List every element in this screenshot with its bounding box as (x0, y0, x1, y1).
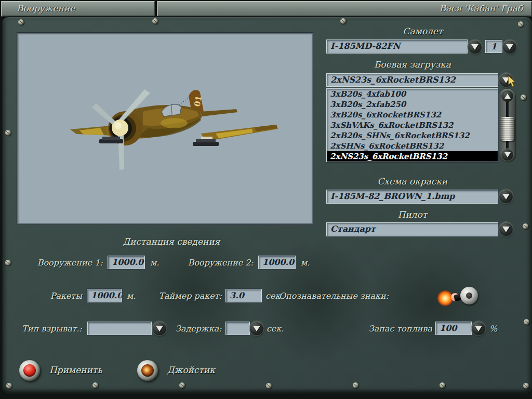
aircraft-dropdown-button[interactable] (468, 40, 482, 54)
scroll-up-button[interactable] (501, 90, 513, 102)
screw-icon (179, 382, 185, 388)
page-title: Вооружение (2, 2, 154, 15)
rockets-label: Ракеты (30, 291, 82, 301)
fuse-type-select[interactable] (87, 322, 152, 335)
delay-select[interactable] (225, 322, 250, 335)
weapon2-unit: м. (301, 258, 310, 268)
screw-icon (5, 130, 11, 136)
fuse-type-dropdown-button[interactable] (153, 322, 166, 335)
fuel-label: Запас топлива (358, 324, 432, 334)
loadout-option-selected[interactable]: 2xNS23s_6xRocketBRS132 (327, 151, 498, 162)
aircraft-count-dropdown-button[interactable] (503, 40, 516, 54)
aircraft-render: 01 (18, 34, 312, 223)
screen-title-bar: Вооружение (1, 1, 155, 17)
pilot-select[interactable]: Стандарт (326, 222, 498, 236)
scroll-down-button[interactable] (501, 149, 513, 161)
aircraft-count-field[interactable]: 1 (485, 40, 502, 53)
loadout-option[interactable]: 2xSHNs_6xRocketBRS132 (327, 141, 498, 151)
arrow-down-icon (475, 326, 482, 331)
fuse-type-label: Тип взрыват.: (20, 324, 82, 334)
paint-dropdown-button[interactable] (499, 190, 513, 203)
aircraft-section-label: Самолет (326, 26, 520, 36)
arrow-down-icon (471, 44, 478, 50)
screw-icon (266, 383, 272, 389)
delay-dropdown-button[interactable] (250, 322, 263, 335)
weapon2-label: Вооружение 2: (171, 258, 254, 268)
loadout-option[interactable]: 2xB20s_SHNs_6xRocketBRS132 (327, 130, 498, 141)
arrow-down-icon (502, 194, 510, 200)
markings-label: Опознавательные знаки: (279, 291, 389, 301)
paint-section-label: Схема окраски (326, 176, 499, 187)
arrow-down-icon (156, 326, 163, 331)
delay-label: Задержка: (176, 324, 221, 334)
aircraft-select[interactable]: I-185MD-82FN (326, 39, 468, 54)
rocket-timer-input[interactable]: 3.0 (225, 289, 262, 302)
pilot-dropdown-button[interactable] (499, 222, 513, 236)
paint-select[interactable]: I-185M-82_BROWN_1.bmp (326, 190, 498, 204)
fuel-input[interactable]: 100 (435, 322, 472, 335)
loadout-scrollbar[interactable] (499, 89, 515, 162)
apply-label: Применить (49, 365, 102, 375)
loadout-select[interactable]: 2xNS23s_6xRocketBRS132 (326, 73, 498, 87)
rocket-timer-label: Таймер ракет: (158, 291, 222, 301)
loadout-option[interactable]: 3xShVAKs_6xRocketBRS132 (327, 120, 498, 130)
markings-toggle[interactable] (437, 286, 478, 307)
screw-icon (440, 382, 445, 388)
screw-icon (152, 18, 158, 24)
toggle-base-icon (460, 287, 478, 304)
apply-button[interactable] (19, 360, 40, 381)
arrow-down-icon (253, 326, 260, 331)
aircraft-preview: 01 (17, 33, 313, 224)
mouse-cursor-icon (508, 76, 517, 88)
rocket-timer-unit: сек (265, 291, 280, 301)
loadout-option[interactable]: 3xB20s_4xfab100 (327, 89, 498, 99)
arrow-down-icon (504, 152, 511, 157)
screw-icon (523, 383, 529, 389)
loadout-option[interactable]: 3xB20s_2xfab250 (327, 99, 498, 110)
background-shadow (364, 244, 499, 364)
arrow-down-icon (502, 227, 510, 232)
screw-icon (523, 223, 528, 229)
loadout-list: 3xB20s_4xfab100 3xB20s_2xfab250 3xB20s_6… (326, 88, 498, 162)
loadout-option[interactable]: 3xB20s_6xRocketBRS132 (327, 110, 498, 120)
arrow-down-icon (506, 44, 513, 50)
pilot-section-label: Пилот (326, 209, 499, 220)
rockets-unit: м. (127, 291, 136, 301)
pilot-name-bar: Вася 'Кабан' Граб (157, 1, 532, 17)
convergence-title: Дистанция сведения (68, 236, 275, 247)
screw-icon (353, 382, 358, 388)
red-button-icon (23, 364, 36, 377)
amber-button-icon (141, 364, 154, 377)
armament-screen: Вооружение Вася 'Кабан' Граб (0, 0, 532, 399)
weapon2-input[interactable]: 1000.0 (258, 256, 296, 269)
delay-unit: сек. (267, 324, 284, 334)
scrollbar-thumb[interactable] (500, 117, 514, 141)
arrow-up-icon (504, 94, 511, 99)
joystick-button[interactable] (137, 360, 158, 381)
screw-icon (340, 18, 346, 24)
weapon1-unit: м. (150, 258, 159, 268)
weapon1-label: Вооружение 1: (21, 258, 103, 268)
weapon1-input[interactable]: 1000.0 (108, 256, 145, 269)
screw-icon (18, 19, 24, 25)
loadout-section-label: Боевая загрузка (326, 59, 499, 70)
screw-icon (5, 260, 11, 265)
fuel-unit: % (489, 324, 497, 334)
fuel-dropdown-button[interactable] (472, 322, 485, 335)
pilot-name: Вася 'Кабан' Граб (158, 2, 531, 15)
screw-icon (92, 382, 98, 388)
screw-icon (521, 95, 526, 100)
screw-icon (524, 319, 529, 325)
joystick-label: Джойстик (167, 365, 215, 375)
screw-icon (6, 383, 12, 389)
rockets-input[interactable]: 1000.0 (87, 289, 122, 302)
